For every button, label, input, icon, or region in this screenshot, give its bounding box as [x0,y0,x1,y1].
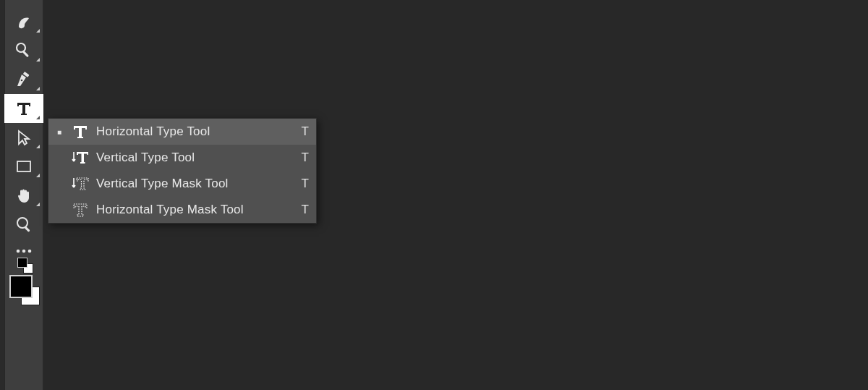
flyout-item-label: Vertical Type Mask Tool [96,177,290,191]
flyout-item-label: Horizontal Type Mask Tool [96,203,290,217]
arrow-icon [14,128,33,147]
foreground-color-swatch[interactable] [9,275,33,298]
svg-rect-4 [17,161,30,171]
selected-bullet-icon: ■ [54,128,64,136]
type-tool-flyout: ■ Horizontal Type Tool T Vertical Type T… [48,118,317,224]
pen-icon [14,70,33,89]
svg-point-7 [17,250,20,253]
vertical-type-mask-icon [70,174,90,194]
svg-point-9 [28,250,32,253]
svg-point-5 [17,218,27,228]
zoom-tool[interactable] [4,210,43,239]
flyout-item-label: Horizontal Type Tool [96,124,290,139]
flyout-corner-icon [36,203,40,206]
smudge-icon [14,12,33,31]
rectangle-shape-tool[interactable] [4,152,43,181]
flyout-item-vertical-type[interactable]: Vertical Type Tool T [48,145,316,171]
flyout-item-vertical-type-mask[interactable]: Vertical Type Mask Tool T [48,171,316,197]
flyout-item-horizontal-type-mask[interactable]: Horizontal Type Mask Tool T [48,197,316,223]
svg-point-8 [22,250,26,253]
flyout-item-shortcut: T [296,124,309,139]
flyout-corner-icon [36,29,40,33]
flyout-item-shortcut: T [296,151,309,165]
horizontal-type-icon [70,122,90,142]
flyout-item-shortcut: T [296,203,309,217]
flyout-item-horizontal-type[interactable]: ■ Horizontal Type Tool T [48,119,316,145]
flyout-corner-icon [36,145,40,148]
dodge-tool[interactable] [4,36,43,65]
flyout-corner-icon [36,174,40,177]
default-colors-icon[interactable] [17,258,39,274]
vertical-type-icon [70,148,90,168]
svg-rect-6 [25,226,30,232]
type-icon [14,99,33,118]
ellipsis-icon [14,247,33,255]
hand-tool[interactable] [4,181,43,210]
flyout-item-shortcut: T [296,177,309,191]
svg-rect-1 [22,51,29,57]
pen-tool[interactable] [4,65,43,94]
flyout-corner-icon [36,87,40,90]
toolbar [4,0,43,390]
rectangle-icon [14,157,33,176]
flyout-corner-icon [36,58,40,62]
path-selection-tool[interactable] [4,123,43,152]
horizontal-type-mask-icon [70,200,90,220]
type-tool[interactable] [4,94,43,123]
flyout-corner-icon [36,116,40,119]
smudge-tool[interactable] [4,7,43,36]
svg-point-2 [21,80,23,82]
magnifier-icon [14,215,33,234]
flyout-item-label: Vertical Type Tool [96,151,290,165]
dodge-icon [14,41,33,60]
svg-point-0 [17,43,25,52]
hand-icon [14,186,33,205]
color-swatch-area [8,274,40,321]
